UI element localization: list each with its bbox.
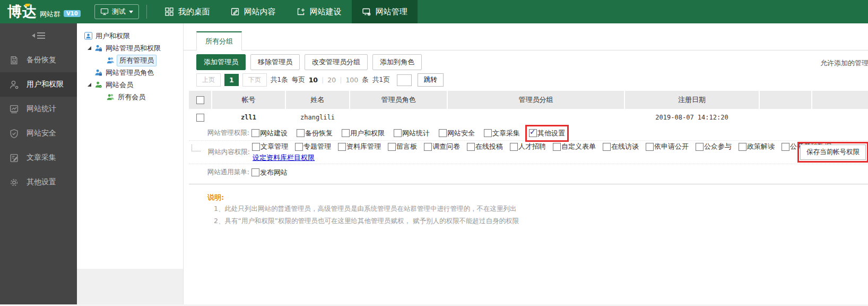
tree-expand-icon[interactable] (88, 83, 91, 87)
pager-separator: | (322, 76, 324, 84)
permission-checkbox[interactable]: 调查问卷 (424, 142, 460, 151)
permission-label: 自定义表单 (561, 142, 596, 151)
sidebar-collapse-button[interactable] (0, 23, 77, 48)
permission-label: 用户和权限 (350, 129, 385, 138)
row-checkbox[interactable] (196, 114, 204, 122)
sidebar-item-article-collect[interactable]: 文章采集 (0, 146, 77, 170)
tab-all-groups[interactable]: 所有分组 (196, 31, 242, 50)
sidebar-item-site-security[interactable]: 网站安全 (0, 121, 77, 146)
tree-item-all-members[interactable]: 所有会员 (107, 91, 181, 103)
permission-checkbox[interactable]: 在线访谈 (603, 142, 639, 151)
cell-role (350, 109, 447, 126)
permission-label: 公众参与 (704, 142, 732, 151)
left-sidebar: 备份恢复 用户和权限 网站统计 (0, 23, 77, 306)
remove-admin-button[interactable]: 移除管理员 (250, 54, 300, 70)
permission-checkbox[interactable]: 留言板 (388, 142, 417, 151)
tab-strip: 所有分组 (184, 23, 868, 50)
tree-expand-icon[interactable] (88, 46, 91, 50)
topmenu-item-desktop[interactable]: 我的桌面 (154, 0, 220, 23)
permission-label: 其他设置 (537, 129, 565, 138)
sidebar-item-label: 文章采集 (27, 153, 56, 163)
add-admin-button[interactable]: 添加管理员 (196, 54, 246, 70)
cell-register-date: 2019-08-07 14:12:20 (624, 109, 759, 126)
save-current-account-permissions-button[interactable]: 保存当前帐号权限 (800, 144, 866, 160)
column-header-last-login: 上次登录时间 (812, 91, 868, 109)
topmenu-item-content[interactable]: 网站内容 (220, 0, 286, 23)
permission-checkbox[interactable]: 人才招聘 (510, 142, 546, 151)
checkbox-icon (252, 143, 260, 151)
brand-name: 博达 (7, 0, 37, 23)
column-header-empty (759, 91, 812, 109)
prev-page-button[interactable]: 上页 (196, 73, 221, 87)
jump-button[interactable]: 跳转 (418, 73, 444, 87)
members-group-icon (107, 93, 115, 101)
note-item: 1、此处只列出网站的普通管理员，高级管理员是由系统管理员在站群管理中进行管理的，… (214, 202, 868, 215)
tree-item-admin-roles[interactable]: 网站管理员角色 (88, 66, 181, 79)
total-pages-text: 共1页 (372, 75, 390, 84)
permission-checkbox[interactable]: 政策解读 (739, 142, 775, 151)
column-header-register-date: 注册日期 (624, 91, 759, 109)
topmenu-label: 我的桌面 (178, 7, 210, 17)
sidebar-item-backup[interactable]: 备份恢复 (0, 48, 77, 72)
permission-checkbox-other-settings[interactable]: 其他设置 (529, 129, 565, 138)
checkbox-icon (484, 129, 492, 137)
sidebar-item-site-stats[interactable]: 网站统计 (0, 97, 77, 121)
admin-toolbar: 添加管理员 移除管理员 改变管理员分组 添加到角色 (196, 54, 868, 70)
set-library-column-permission-link[interactable]: 设定资料库栏目权限 (253, 153, 831, 163)
tree-item-admins-and-permissions[interactable]: 网站管理员和权限 (88, 42, 181, 54)
cell-last-login: 2019-0 (812, 109, 868, 126)
notes-section: 说明: 1、此处只列出网站的普通管理员，高级管理员是由系统管理员在站群管理中进行… (207, 193, 868, 227)
tree-item-site-members[interactable]: 网站会员 (88, 79, 181, 91)
save-permissions-highlight: 保存当前帐号权限 (800, 144, 866, 160)
jump-page-input[interactable] (397, 74, 412, 86)
permission-checkbox[interactable]: 自定义表单 (553, 142, 596, 151)
sidebar-item-other-settings[interactable]: 其他设置 (0, 170, 77, 194)
permission-checkbox[interactable]: 网站建设 (251, 129, 288, 138)
add-to-role-button[interactable]: 添加到角色 (372, 54, 422, 70)
manage-permissions-row: 网站管理权限: 网站建设 备份恢复 用户和权限 (189, 126, 868, 140)
permission-checkbox[interactable]: 公众参与 (696, 142, 732, 151)
topmenu-item-build[interactable]: 网站建设 (286, 0, 352, 23)
tree-item-label: 网站管理员和权限 (106, 44, 161, 53)
page-size-10[interactable]: 10 (309, 76, 318, 84)
sidebar-item-users-permissions[interactable]: 用户和权限 (0, 72, 77, 97)
tree-item-user-permission[interactable]: 用户和权限 (84, 30, 181, 42)
tree-item-all-admins[interactable]: 所有管理员 (107, 54, 181, 66)
permission-checkbox[interactable]: 专题管理 (295, 142, 331, 151)
permission-checkbox[interactable]: 备份恢复 (297, 129, 333, 138)
page-size-20[interactable]: 20 (327, 76, 336, 84)
checkbox-icon (782, 143, 789, 151)
select-all-checkbox[interactable] (196, 96, 204, 104)
tree-item-label: 网站会员 (106, 80, 133, 90)
page-size-100[interactable]: 100 (345, 76, 358, 84)
pager-separator: | (340, 76, 342, 84)
current-page-number[interactable]: 1 (224, 74, 239, 86)
permission-label: 文章采集 (492, 129, 520, 138)
site-selector-dropdown[interactable]: 测试 (94, 4, 139, 19)
permission-checkbox[interactable]: 用户和权限 (342, 129, 385, 138)
app-layout: 备份恢复 用户和权限 网站统计 (0, 23, 868, 306)
permission-checkbox[interactable]: 文章采集 (484, 129, 520, 138)
permission-checkbox[interactable]: 资料库管理 (338, 142, 381, 151)
notes-title: 说明: (207, 193, 868, 202)
topbar: 博达 网站群 V10 测试 我的桌面 (0, 0, 868, 23)
checkbox-icon (338, 143, 346, 151)
permission-checkbox[interactable]: 网站统计 (394, 129, 430, 138)
permission-checkbox[interactable]: 文章管理 (252, 142, 288, 151)
checkbox-icon (439, 129, 447, 137)
column-header-account: 帐号 (212, 91, 285, 109)
topmenu-item-manage[interactable]: 网站管理 (352, 0, 418, 23)
brand-logo: 博达 网站群 V10 (0, 0, 87, 23)
permission-checkbox[interactable]: 发布网站 (251, 168, 288, 177)
stats-chart-icon (9, 104, 19, 114)
change-admin-group-button[interactable]: 改变管理员分组 (305, 54, 368, 70)
hamburger-icon (37, 31, 45, 40)
permission-checkbox[interactable]: 在线投稿 (467, 142, 503, 151)
monitor-icon (100, 7, 109, 16)
build-site-icon (296, 7, 306, 16)
next-page-button[interactable]: 下页 (242, 73, 267, 87)
permission-checkbox[interactable]: 网站安全 (439, 129, 475, 138)
article-collect-icon (9, 153, 19, 163)
brand-suffix: 网站群 (40, 10, 60, 19)
permission-checkbox[interactable]: 依申请公开 (646, 142, 689, 151)
